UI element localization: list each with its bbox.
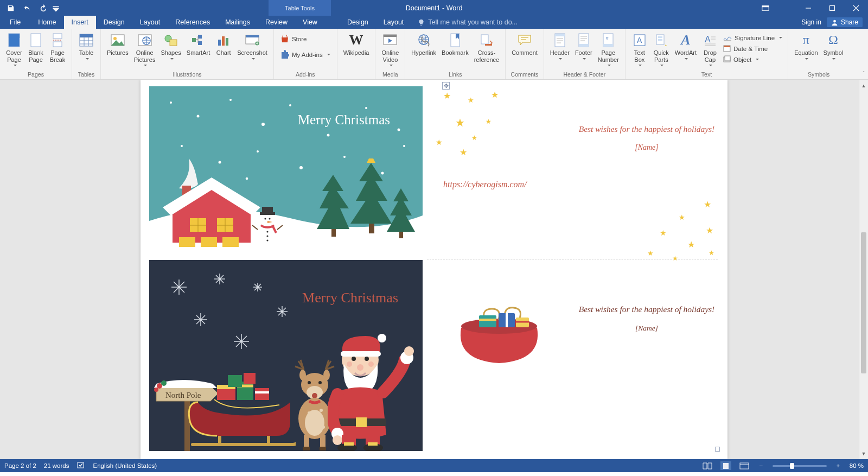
store-button[interactable]: Store [279,34,331,44]
tab-file[interactable]: File [0,16,30,29]
symbol-button[interactable]: ΩSymbol [821,31,846,61]
zoom-level[interactable]: 80 % [850,462,864,469]
shapes-button[interactable]: Shapes [158,31,184,61]
tab-review[interactable]: Review [258,16,295,29]
cross-reference-button[interactable]: Cross- reference [471,31,502,63]
header-button[interactable]: Header [547,31,572,61]
date-time-label: Date & Time [733,46,768,52]
svg-point-57 [181,145,183,147]
svg-point-109 [320,409,323,412]
text-box-button[interactable]: AText Box [629,31,650,67]
bookmark-button[interactable]: Bookmark [439,31,471,56]
save-icon[interactable] [3,1,18,15]
minimize-button[interactable] [796,0,820,16]
tab-insert[interactable]: Insert [64,16,96,29]
date-time-button[interactable]: Date & Time [722,44,783,54]
blank-page-button[interactable]: Blank Page [25,31,47,63]
star-icon: ★ [679,213,685,221]
page-break-button[interactable]: Page Break [47,31,68,63]
vertical-scrollbar[interactable]: ▲ ▼ [859,80,868,459]
collapse-ribbon-icon[interactable]: ˆ [863,71,865,77]
qat-customize-icon[interactable] [52,1,60,15]
card-2-front: Merry Christmas North Pole [149,260,423,451]
scroll-thumb[interactable] [861,232,866,373]
wordart-button[interactable]: AWordArt [672,31,699,61]
tab-design[interactable]: Design [96,16,132,29]
svg-rect-46 [724,46,730,47]
smartart-button[interactable]: SmartArt [184,31,213,56]
spellcheck-icon[interactable] [77,461,86,470]
screenshot-label: Screenshot [237,49,267,56]
table-tools-context-label: Table Tools [269,0,331,16]
wikipedia-button[interactable]: WWikipedia [341,31,372,56]
ribbon-display-options-icon[interactable] [758,0,773,16]
svg-point-88 [154,388,158,392]
tab-view[interactable]: View [295,16,325,29]
zoom-in-button[interactable]: + [834,462,842,469]
hyperlink-label: Hyperlink [411,49,436,56]
web-layout-icon[interactable] [739,461,750,470]
quick-parts-button[interactable]: Quick Parts [650,31,672,67]
print-layout-icon[interactable] [720,461,731,470]
page-indicator[interactable]: Page 2 of 2 [4,462,36,469]
svg-point-76 [264,218,266,219]
zoom-out-button[interactable]: − [757,462,765,469]
redo-icon[interactable] [36,1,51,15]
online-video-button[interactable]: Online Video [379,31,401,67]
tab-tabletools-layout[interactable]: Layout [376,16,412,29]
page-number-button[interactable]: #Page Number [595,31,622,67]
name-placeholder-2: [Name] [575,324,719,333]
zoom-slider-thumb[interactable] [790,463,794,469]
group-symbols: πEquation ΩSymbol Symbols [788,29,849,79]
my-addins-button[interactable]: My Add-ins [279,49,331,60]
svg-text:#: # [606,36,609,41]
cover-page-button[interactable]: Cover Page [3,31,25,67]
page-break-label: Page Break [50,49,66,63]
table-resize-handle-icon[interactable] [715,447,720,452]
tab-references[interactable]: References [168,16,218,29]
close-button[interactable] [844,0,868,16]
tab-layout[interactable]: Layout [132,16,168,29]
comment-button[interactable]: Comment [509,31,540,56]
word-count[interactable]: 21 words [44,462,69,469]
hyperlink-button[interactable]: Hyperlink [409,31,439,56]
share-button[interactable]: Share [827,17,863,27]
online-pictures-label: Online Pictures [134,49,156,63]
store-label: Store [292,36,307,42]
scroll-up-icon[interactable]: ▲ [860,82,867,89]
pictures-button[interactable]: Pictures [104,31,131,56]
screenshot-button[interactable]: Screenshot [234,31,270,61]
maximize-button[interactable] [820,0,844,16]
scroll-down-icon[interactable]: ▼ [860,450,867,457]
tab-tabletools-design[interactable]: Design [340,16,376,29]
object-button[interactable]: Object [722,55,783,65]
wordart-label: WordArt [675,49,697,56]
tab-home[interactable]: Home [30,16,63,29]
group-links-label: Links [409,71,502,79]
language-indicator[interactable]: English (United States) [93,462,157,469]
table-button[interactable]: Table [75,31,97,61]
page[interactable]: ✥ Merry Christmas [141,80,727,459]
drop-cap-button[interactable]: ADrop Cap [699,31,721,67]
tab-mailings[interactable]: Mailings [218,16,258,29]
chart-button[interactable]: Chart [213,31,234,56]
star-icon: ★ [706,225,713,236]
status-bar: Page 2 of 2 21 words English (United Sta… [0,459,868,472]
spacer [341,71,372,79]
tell-me-search[interactable]: Tell me what you want to do... [411,16,518,29]
svg-rect-121 [356,417,367,427]
zoom-slider[interactable] [773,465,827,467]
wikipedia-label: Wikipedia [343,49,369,56]
card-2-inside-left [427,260,568,451]
read-mode-icon[interactable] [702,461,713,470]
name-placeholder-1: [Name] [575,143,719,152]
equation-button[interactable]: πEquation [792,31,820,61]
svg-rect-48 [725,56,730,61]
undo-icon[interactable] [20,1,35,15]
svg-rect-24 [246,35,259,37]
svg-rect-94 [244,373,256,384]
footer-button[interactable]: Footer [572,31,595,61]
online-pictures-button[interactable]: Online Pictures [131,31,158,67]
signature-line-button[interactable]: Signature Line [722,33,783,43]
sign-in-link[interactable]: Sign in [801,18,821,26]
